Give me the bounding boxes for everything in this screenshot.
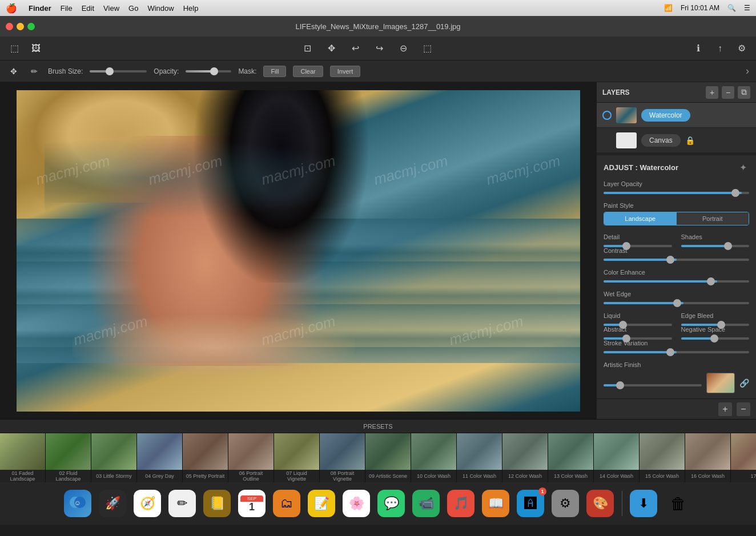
dock-downloads[interactable]: ⬇: [628, 488, 660, 519]
preset-thumb-9: [365, 433, 411, 470]
dock-files[interactable]: 🗂: [271, 488, 303, 519]
preset-item-7[interactable]: 07 LiquidVignette: [274, 433, 320, 482]
duplicate-layer-btn[interactable]: ⧉: [738, 86, 750, 99]
preset-item-14[interactable]: 14 Color Wash: [594, 433, 640, 482]
maximize-button[interactable]: [27, 23, 35, 30]
invert-btn[interactable]: Invert: [330, 66, 361, 77]
redo-btn[interactable]: ↪: [371, 40, 388, 57]
portrait-btn[interactable]: Portrait: [677, 212, 749, 225]
menu-window[interactable]: Window: [147, 4, 174, 13]
menu-finder[interactable]: Finder: [29, 4, 51, 13]
brush-tool-btn[interactable]: ✏: [27, 65, 41, 78]
landscape-btn[interactable]: Landscape: [604, 212, 677, 225]
clear-btn[interactable]: Clear: [293, 66, 323, 77]
preset-item-15[interactable]: 15 Color Wash: [640, 433, 685, 482]
edge-bleed-slider[interactable]: [681, 324, 750, 326]
fit-btn[interactable]: ⬚: [419, 40, 436, 57]
shades-control: Shades: [681, 233, 750, 247]
remove-layer-btn[interactable]: −: [722, 86, 734, 99]
paint-style-control: Paint Style Landscape Portrait: [604, 202, 749, 225]
crop-btn[interactable]: ⊡: [299, 40, 316, 57]
minimize-button[interactable]: [17, 23, 24, 30]
menu-help[interactable]: Help: [183, 4, 199, 13]
dock-photos[interactable]: 🌸: [341, 488, 372, 519]
wet-edge-slider[interactable]: [604, 302, 749, 304]
move-tool-btn[interactable]: ✥: [7, 65, 21, 78]
preset-item-9[interactable]: 09 Artistic Scene: [365, 433, 411, 482]
preset-item-4[interactable]: 04 Grey Day: [137, 433, 183, 482]
dock-sketchbook[interactable]: ✏: [167, 488, 198, 519]
preset-item-1[interactable]: 01 FadedLandscape: [0, 433, 46, 482]
color-enhance-slider[interactable]: [604, 280, 749, 283]
dock-appstore[interactable]: 🅰 1: [515, 488, 546, 519]
preset-item-8[interactable]: 08 PortraitVignette: [320, 433, 365, 482]
layer-item-canvas[interactable]: Canvas 🔒: [597, 128, 756, 153]
remove-preset-btn[interactable]: −: [737, 402, 750, 416]
collapse-panel-btn[interactable]: ›: [746, 65, 749, 77]
photos-btn[interactable]: ⬚: [6, 40, 23, 57]
menu-icon[interactable]: ☰: [744, 4, 750, 12]
stroke-variation-slider[interactable]: [604, 351, 749, 353]
menu-file[interactable]: File: [61, 4, 73, 13]
add-preset-btn[interactable]: +: [718, 402, 732, 416]
dock-stickies[interactable]: 📝: [306, 488, 337, 519]
magic-button[interactable]: ✦: [737, 161, 749, 174]
menu-go[interactable]: Go: [128, 4, 138, 13]
preset-item-5[interactable]: 05 Pretty Portrait: [183, 433, 228, 482]
preset-thumb-8: [320, 433, 365, 470]
preset-item-10[interactable]: 10 Color Wash: [411, 433, 457, 482]
apple-menu[interactable]: 🍎: [6, 3, 17, 14]
layer-item-watercolor[interactable]: Watercolor: [597, 103, 756, 128]
dock-messages[interactable]: 💬: [376, 488, 407, 519]
preset-item-3[interactable]: 03 Little Stormy: [91, 433, 137, 482]
dock-trash[interactable]: 🗑: [663, 488, 694, 519]
preset-item-2[interactable]: 02 FluidLandscape: [46, 433, 91, 482]
abstract-slider[interactable]: [604, 337, 672, 340]
preset-item-12[interactable]: 12 Color Wash: [502, 433, 548, 482]
preset-item-17[interactable]: 17: [731, 433, 756, 482]
info-btn[interactable]: ℹ: [690, 40, 707, 57]
add-layer-btn[interactable]: +: [706, 86, 718, 99]
preset-item-6[interactable]: 06 PortraitOutline: [228, 433, 274, 482]
contrast-slider[interactable]: [604, 259, 749, 261]
settings-btn[interactable]: ⚙: [733, 40, 750, 57]
dock-music[interactable]: 🎵: [445, 488, 477, 519]
share-btn[interactable]: ↑: [711, 40, 729, 57]
dock-books[interactable]: 📖: [480, 488, 512, 519]
shades-slider[interactable]: [681, 245, 750, 247]
brush-size-slider[interactable]: [90, 70, 147, 72]
sketchbook-icon: ✏: [168, 490, 196, 517]
dock-notefile[interactable]: 📒: [202, 488, 233, 519]
preset-item-13[interactable]: 13 Color Wash: [548, 433, 594, 482]
dock-launchpad[interactable]: 🚀: [97, 488, 128, 519]
move-btn[interactable]: ✥: [323, 40, 340, 57]
dock-finder[interactable]: ☺: [62, 488, 94, 519]
link-icon[interactable]: 🔗: [739, 378, 749, 388]
layer-name-canvas-btn[interactable]: Canvas: [641, 134, 681, 147]
dock-calendar[interactable]: SEP 1: [236, 488, 268, 519]
preset-item-11[interactable]: 11 Color Wash: [457, 433, 502, 482]
menu-view[interactable]: View: [103, 4, 119, 13]
layer-visibility-watercolor[interactable]: [602, 111, 612, 120]
dock-pixelmator[interactable]: 🎨: [585, 488, 616, 519]
dock-safari[interactable]: 🧭: [132, 488, 163, 519]
search-icon[interactable]: 🔍: [727, 4, 736, 12]
dock-facetime[interactable]: 📹: [411, 488, 442, 519]
preset-item-16[interactable]: 16 Color Wash: [685, 433, 731, 482]
close-button[interactable]: [6, 23, 13, 30]
layer-opacity-slider[interactable]: [604, 192, 749, 194]
detail-slider[interactable]: [604, 245, 672, 247]
menu-edit[interactable]: Edit: [82, 4, 94, 13]
undo-btn[interactable]: ↩: [347, 40, 364, 57]
dock-systemprefs[interactable]: ⚙: [550, 488, 581, 519]
liquid-slider[interactable]: [604, 324, 672, 326]
opacity-slider[interactable]: [186, 70, 231, 72]
negative-space-slider[interactable]: [681, 337, 750, 340]
layer-name-watercolor-btn[interactable]: Watercolor: [641, 109, 690, 122]
presets-scroll[interactable]: 01 FadedLandscape 02 FluidLandscape 03 L…: [0, 433, 756, 482]
zoom-out-btn[interactable]: ⊖: [395, 40, 412, 57]
artistic-finish-slider[interactable]: [604, 384, 702, 386]
layers-btn[interactable]: 🖼: [27, 40, 45, 57]
presets-header[interactable]: PRESETS: [0, 420, 756, 433]
fill-btn[interactable]: Fill: [263, 66, 286, 77]
